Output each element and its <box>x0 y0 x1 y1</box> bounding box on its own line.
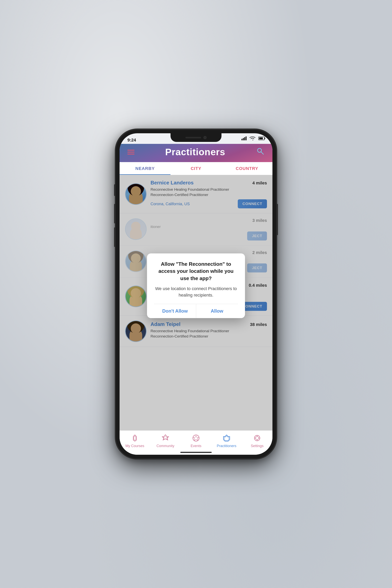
nav-label: Events <box>190 444 201 448</box>
notch <box>170 133 222 142</box>
menu-button[interactable] <box>128 150 134 154</box>
status-time: 9:24 <box>128 138 136 143</box>
bottom-nav: My Courses Community E <box>120 430 272 450</box>
home-indicator <box>120 450 272 455</box>
svg-point-9 <box>256 436 259 440</box>
modal-overlay: Allow "The Reconnection" to access your … <box>120 175 272 430</box>
power-button[interactable] <box>276 204 278 235</box>
wifi-icon <box>248 134 257 143</box>
nav-events[interactable]: Events <box>181 433 211 448</box>
nav-community[interactable]: Community <box>150 433 181 448</box>
signal-icon <box>242 136 246 140</box>
svg-line-1 <box>261 152 264 154</box>
dialog-title: Allow "The Reconnection" to access your … <box>154 260 238 282</box>
front-camera <box>204 136 206 139</box>
home-bar[interactable] <box>180 452 212 453</box>
dialog-buttons: Don't Allow Allow <box>154 304 238 318</box>
practitioners-icon <box>222 433 231 443</box>
battery-icon <box>258 136 264 140</box>
nav-label: My Courses <box>126 444 144 448</box>
location-permission-dialog: Allow "The Reconnection" to access your … <box>147 254 245 318</box>
svg-marker-7 <box>194 436 198 440</box>
settings-icon <box>252 433 262 443</box>
nav-my-courses[interactable]: My Courses <box>120 433 150 448</box>
practitioner-list: Bernice Landeros 4 miles Reconnective He… <box>120 175 272 430</box>
tab-nearby[interactable]: NEARBY <box>120 162 170 175</box>
svg-marker-3 <box>134 436 136 440</box>
nav-label: Settings <box>251 444 264 448</box>
events-icon <box>191 433 201 443</box>
nav-practitioners[interactable]: Practitioners <box>211 433 242 448</box>
phone-device: 9:24 <box>116 129 276 459</box>
svg-marker-4 <box>162 435 168 440</box>
courses-icon <box>130 433 140 443</box>
tab-city[interactable]: CITY <box>170 162 222 175</box>
speaker <box>186 137 201 138</box>
header: Practitioners <box>120 144 272 162</box>
nav-settings[interactable]: Settings <box>242 433 272 448</box>
tab-country[interactable]: COUNTRY <box>222 162 272 175</box>
nav-label: Practitioners <box>217 444 236 448</box>
page-title: Practitioners <box>165 146 225 158</box>
dont-allow-button[interactable]: Don't Allow <box>154 304 196 318</box>
search-button[interactable] <box>256 147 264 157</box>
allow-button[interactable]: Allow <box>196 304 238 318</box>
dialog-message: We use location to connect Practitioners… <box>154 286 238 298</box>
nav-label: Community <box>156 444 174 448</box>
phone-screen: 9:24 <box>120 133 272 455</box>
volume-down-button[interactable] <box>114 227 116 247</box>
status-icons <box>242 134 264 143</box>
mute-button[interactable] <box>114 184 116 196</box>
location-tabs: NEARBY CITY COUNTRY <box>120 162 272 175</box>
community-icon <box>161 433 170 443</box>
volume-up-button[interactable] <box>114 204 116 224</box>
